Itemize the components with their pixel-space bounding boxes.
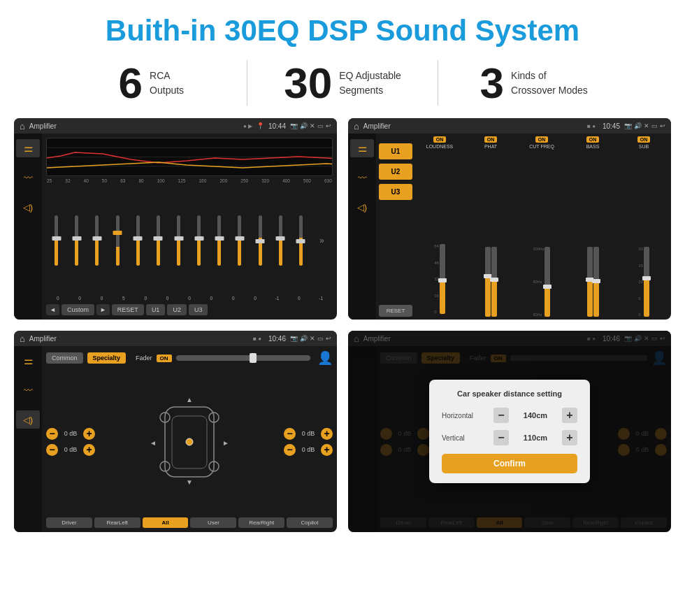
screen1-time: 10:44 xyxy=(268,122,286,130)
slider-5[interactable] xyxy=(136,215,140,266)
home-icon3[interactable]: ⌂ xyxy=(20,334,25,344)
eq-controls: ◄ Custom ► RESET U1 U2 U3 xyxy=(46,304,333,315)
eq-u2-btn[interactable]: U2 xyxy=(167,304,187,315)
eq-play-btn[interactable]: ► xyxy=(96,304,110,315)
speaker-icon3[interactable]: ◁) xyxy=(16,410,40,429)
fader-slider[interactable] xyxy=(176,355,310,361)
horizontal-value: 140cm xyxy=(513,411,558,420)
dialog-overlay: Car speaker distance setting Horizontal … xyxy=(348,331,671,532)
tab-specialty[interactable]: Specialty xyxy=(87,352,127,364)
vol4-plus[interactable]: + xyxy=(321,444,333,456)
status-icons: 📷 🔊 ✕ ▭ ↩ xyxy=(290,122,331,129)
vol2-minus[interactable]: − xyxy=(46,444,58,456)
preset-u1[interactable]: U1 xyxy=(379,143,412,159)
vertical-plus[interactable]: + xyxy=(562,430,577,445)
btn-rearleft[interactable]: RearLeft xyxy=(94,517,140,528)
stats-row: 6 RCAOutputs 30 EQ AdjustableSegments 3 … xyxy=(0,55,685,118)
channel-sub: ON SUB 20151050 xyxy=(619,136,668,317)
slider-8[interactable] xyxy=(197,215,201,266)
slider-12[interactable] xyxy=(279,215,282,266)
slider-1[interactable] xyxy=(55,215,58,266)
preset-u2[interactable]: U2 xyxy=(379,164,412,180)
channels-area: ON LOUDNESS 644832160 ON xyxy=(415,136,668,317)
dialog-vertical-row: Vertical − 110cm + xyxy=(442,430,577,445)
horizontal-plus[interactable]: + xyxy=(562,408,577,423)
vol1-plus[interactable]: + xyxy=(83,428,95,440)
slider-4[interactable] xyxy=(116,215,120,266)
cutfreq-slider[interactable] xyxy=(545,247,550,317)
screen3-sidebar: ⚌ 〰 ◁) xyxy=(14,346,42,532)
person-icon[interactable]: 👤 xyxy=(317,350,333,366)
slider-6[interactable] xyxy=(157,215,160,266)
eq-graph xyxy=(46,138,333,176)
screen2-statusbar: ⌂ Amplifier ■ ● 10:45 📷🔊✕▭↩ xyxy=(348,118,671,134)
expand-icon[interactable]: » xyxy=(319,236,324,245)
svg-point-5 xyxy=(186,438,193,445)
eq-custom-btn[interactable]: Custom xyxy=(62,304,94,315)
slider-11[interactable] xyxy=(259,215,262,266)
crossover-reset[interactable]: RESET xyxy=(379,305,412,317)
fader-label: Fader xyxy=(136,354,152,361)
camera-icon: 📷 xyxy=(290,122,298,129)
vol2-plus[interactable]: + xyxy=(83,444,95,456)
screen4: ⌂ Amplifier ■ ● 10:46 📷🔊✕▭↩ Common Speci… xyxy=(348,331,671,532)
home-icon2[interactable]: ⌂ xyxy=(354,121,359,131)
phat-slider-g[interactable] xyxy=(485,247,491,317)
sub-slider[interactable] xyxy=(644,247,649,317)
vol4-minus[interactable]: − xyxy=(284,444,296,456)
speaker-icon2[interactable]: ◁) xyxy=(350,198,374,216)
slider-10[interactable] xyxy=(238,215,241,266)
vertical-minus[interactable]: − xyxy=(493,430,509,445)
tab-common[interactable]: Common xyxy=(46,352,83,364)
stat-crossover-number: 3 xyxy=(480,62,504,105)
vol3-minus[interactable]: − xyxy=(284,428,296,440)
btn-copilot[interactable]: Copilot xyxy=(287,517,333,528)
btn-all[interactable]: All xyxy=(143,517,189,528)
slider-13[interactable] xyxy=(299,215,303,266)
eq-prev-btn[interactable]: ◄ xyxy=(46,304,59,315)
vertical-label: Vertical xyxy=(442,434,489,442)
stat-eq-label: EQ AdjustableSegments xyxy=(339,69,401,98)
btn-driver[interactable]: Driver xyxy=(46,517,92,528)
eq-icon[interactable]: ⚌ xyxy=(16,139,40,157)
slider-9[interactable] xyxy=(217,215,221,266)
screen1-app-title: Amplifier xyxy=(29,122,239,130)
volume-icon: 🔊 xyxy=(300,122,308,129)
dialog-horizontal-row: Horizontal − 140cm + xyxy=(442,408,577,423)
eq-u3-btn[interactable]: U3 xyxy=(189,304,208,315)
phat-slider-f[interactable] xyxy=(491,247,497,317)
eq-icon3[interactable]: ⚌ xyxy=(16,352,40,370)
stat-rca: 6 RCAOutputs xyxy=(56,62,247,105)
screen2-sidebar: ⚌ 〰 ◁) xyxy=(348,134,376,320)
screen3: ⌂ Amplifier ■ ● 10:46 📷🔊✕▭↩ ⚌ 〰 ◁) Commo… xyxy=(14,331,337,532)
vol1-minus[interactable]: − xyxy=(46,428,58,440)
screenshots-grid: ⌂ Amplifier ● ▶ 📍 10:44 📷 🔊 ✕ ▭ ↩ ⚌ 〰 ◁) xyxy=(0,118,685,539)
confirm-button[interactable]: Confirm xyxy=(442,454,577,473)
eq-u1-btn[interactable]: U1 xyxy=(146,304,166,315)
slider-7[interactable] xyxy=(177,215,180,266)
eq-icon2[interactable]: ⚌ xyxy=(350,139,374,157)
vol4-value: 0 dB xyxy=(298,446,319,453)
btn-rearright[interactable]: RearRight xyxy=(238,517,284,528)
page-title: Buith-in 30EQ DSP Sound System xyxy=(14,14,671,48)
slider-3[interactable] xyxy=(95,215,99,266)
bass-slider-g[interactable] xyxy=(593,247,599,317)
nav-dots: ● ▶ xyxy=(243,123,252,129)
wifi-icon: ✕ xyxy=(310,122,315,129)
wave-icon2[interactable]: 〰 xyxy=(350,169,374,187)
horizontal-minus[interactable]: − xyxy=(493,408,509,423)
screen1-sidebar: ⚌ 〰 ◁) xyxy=(14,134,42,320)
wave-icon3[interactable]: 〰 xyxy=(16,381,40,399)
wave-icon[interactable]: 〰 xyxy=(16,169,40,187)
vol3-plus[interactable]: + xyxy=(321,428,333,440)
eq-reset-btn[interactable]: RESET xyxy=(112,304,144,315)
btn-user[interactable]: User xyxy=(190,517,236,528)
location-icon: 📍 xyxy=(257,122,264,129)
home-icon[interactable]: ⌂ xyxy=(20,121,25,131)
distance-dialog: Car speaker distance setting Horizontal … xyxy=(429,380,590,483)
loudness-slider[interactable] xyxy=(440,244,445,314)
back-icon[interactable]: ↩ xyxy=(326,122,331,129)
slider-2[interactable] xyxy=(75,215,78,266)
speaker-icon[interactable]: ◁) xyxy=(16,198,40,216)
preset-u3[interactable]: U3 xyxy=(379,184,412,200)
